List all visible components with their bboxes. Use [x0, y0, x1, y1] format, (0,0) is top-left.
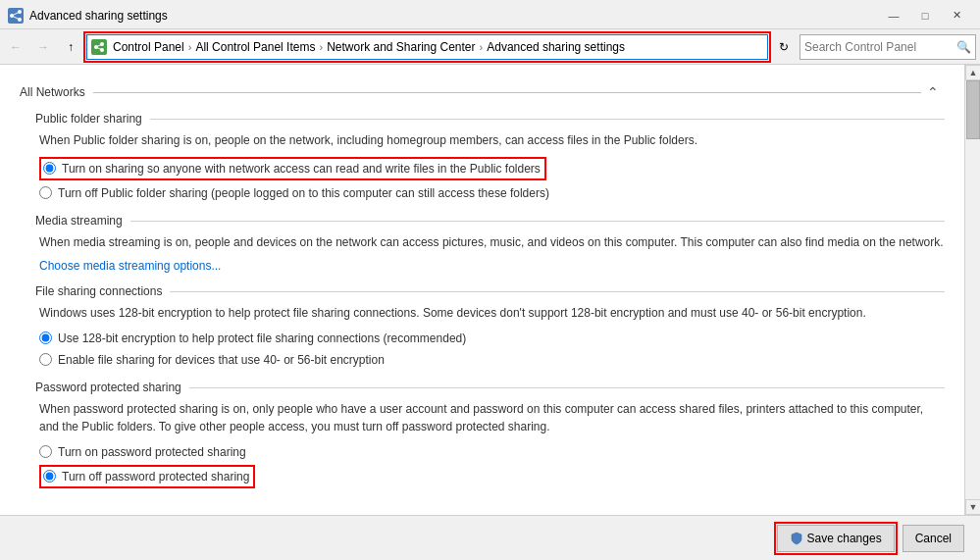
radio-pw-highlight-box: Turn off password protected sharing [39, 465, 255, 488]
file-sharing-subsection: File sharing connections Windows uses 12… [35, 284, 945, 369]
subsection-divider [150, 119, 945, 120]
media-streaming-description: When media streaming is on, people and d… [39, 233, 945, 251]
back-button[interactable]: ← [4, 35, 27, 59]
section-header: All Networks ⌃ [20, 75, 945, 104]
media-streaming-link[interactable]: Choose media streaming options... [39, 259, 221, 273]
password-sharing-subsection: Password protected sharing When password… [35, 381, 945, 488]
up-button[interactable]: ↑ [59, 35, 82, 59]
password-off-option[interactable]: Turn off password protected sharing [39, 465, 945, 488]
radio-highlight-box: Turn on sharing so anyone with network a… [39, 157, 546, 180]
password-off-radio[interactable] [43, 470, 56, 483]
public-sharing-off-label: Turn off Public folder sharing (people l… [58, 184, 549, 202]
scroll-down-arrow[interactable]: ▼ [965, 499, 980, 515]
file-sharing-description: Windows uses 128-bit encryption to help … [39, 304, 945, 322]
encryption-40-option[interactable]: Enable file sharing for devices that use… [39, 351, 945, 369]
scroll-thumb[interactable] [966, 80, 980, 139]
sharing-icon [8, 8, 24, 24]
breadcrumb-2: All Control Panel Items [195, 40, 315, 54]
minimize-button[interactable]: — [878, 6, 909, 25]
public-sharing-on-radio[interactable] [43, 162, 56, 175]
bottom-bar: Save changes Cancel [0, 515, 980, 560]
sep-3: › [480, 41, 484, 53]
title-bar: Advanced sharing settings — □ ✕ [0, 0, 980, 29]
public-sharing-on-option[interactable]: Turn on sharing so anyone with network a… [39, 157, 945, 180]
public-folder-description: When Public folder sharing is on, people… [39, 131, 945, 149]
encryption-40-label: Enable file sharing for devices that use… [58, 351, 385, 369]
public-sharing-off-option[interactable]: Turn off Public folder sharing (people l… [39, 184, 945, 202]
search-input[interactable] [804, 40, 956, 54]
sep-2: › [319, 41, 323, 53]
breadcrumb-3: Network and Sharing Center [327, 40, 475, 54]
close-button[interactable]: ✕ [941, 6, 972, 25]
address-bar: ← → ↑ Control Panel › All Control Panel … [0, 29, 980, 65]
address-path[interactable]: Control Panel › All Control Panel Items … [86, 34, 768, 60]
file-sharing-title: File sharing connections [35, 284, 945, 298]
save-changes-button[interactable]: Save changes [777, 525, 895, 552]
public-folder-title: Public folder sharing [35, 112, 945, 126]
encryption-128-radio[interactable] [39, 331, 52, 344]
password-on-radio[interactable] [39, 445, 52, 458]
encryption-40-radio[interactable] [39, 353, 52, 366]
public-sharing-on-label: Turn on sharing so anyone with network a… [62, 160, 541, 178]
media-streaming-subsection: Media streaming When media streaming is … [35, 214, 945, 273]
search-box[interactable]: 🔍 [799, 34, 976, 60]
media-streaming-title: Media streaming [35, 214, 945, 228]
refresh-button[interactable]: ↻ [772, 34, 796, 60]
password-off-label: Turn off password protected sharing [62, 468, 249, 485]
section-divider [93, 92, 921, 93]
public-folder-sharing-subsection: Public folder sharing When Public folder… [35, 112, 945, 202]
all-networks-section: All Networks ⌃ Public folder sharing Whe… [20, 75, 945, 512]
breadcrumb-1: Control Panel [113, 40, 184, 54]
scroll-up-arrow[interactable]: ▲ [965, 65, 980, 80]
main-content: All Networks ⌃ Public folder sharing Whe… [0, 65, 980, 515]
media-subsection-divider [130, 221, 945, 222]
pw-subsection-divider [189, 387, 945, 388]
section-collapse-button[interactable]: ⌃ [921, 80, 945, 104]
breadcrumb-4: Advanced sharing settings [487, 40, 625, 54]
password-sharing-description: When password protected sharing is on, o… [39, 400, 945, 435]
password-sharing-title: Password protected sharing [35, 381, 945, 394]
password-on-option[interactable]: Turn on password protected sharing [39, 443, 945, 461]
sep-1: › [188, 41, 192, 53]
window-title: Advanced sharing settings [29, 9, 168, 23]
section-title: All Networks [20, 85, 93, 99]
scrollbar[interactable]: ▲ ▼ [964, 65, 980, 515]
search-icon: 🔍 [956, 40, 971, 54]
scroll-area[interactable]: All Networks ⌃ Public folder sharing Whe… [0, 65, 964, 515]
forward-button[interactable]: → [31, 35, 55, 59]
public-sharing-off-radio[interactable] [39, 186, 52, 199]
cancel-button[interactable]: Cancel [903, 525, 964, 552]
path-icon [91, 39, 107, 55]
maximize-button[interactable]: □ [909, 6, 941, 25]
shield-icon [790, 532, 803, 545]
window-controls: — □ ✕ [878, 6, 972, 25]
encryption-128-label: Use 128-bit encryption to help protect f… [58, 330, 466, 347]
scroll-track[interactable] [965, 80, 980, 499]
file-subsection-divider [170, 291, 945, 292]
encryption-128-option[interactable]: Use 128-bit encryption to help protect f… [39, 330, 945, 347]
password-on-label: Turn on password protected sharing [58, 443, 246, 461]
